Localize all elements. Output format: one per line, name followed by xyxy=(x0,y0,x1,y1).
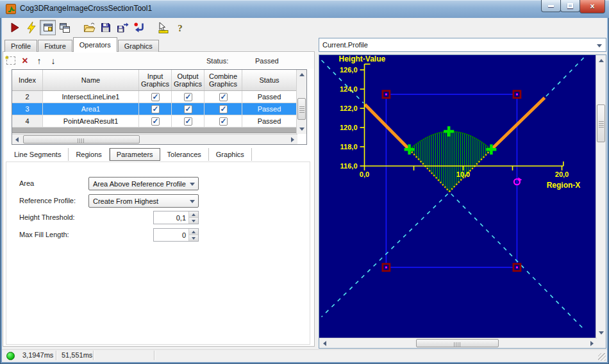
input-graphics-checkbox[interactable]: ✓ xyxy=(151,93,160,101)
title-bar: Cog3DRangeImageCrossSectionTool1 × xyxy=(0,0,609,18)
scroll-right-button[interactable] xyxy=(587,338,597,348)
output-graphics-checkbox[interactable]: ✓ xyxy=(184,93,192,101)
spin-down-button[interactable] xyxy=(189,218,198,224)
combine-graphics-checkbox[interactable]: ✓ xyxy=(219,105,228,113)
column-header-input-graphics[interactable]: Input Graphics xyxy=(139,70,172,90)
float-window-icon xyxy=(58,21,71,34)
move-down-button[interactable]: ↓ xyxy=(46,54,60,67)
save-button[interactable] xyxy=(97,20,113,35)
parameters-page: Area Area Above Reference Profile Refere… xyxy=(6,161,310,345)
reset-button[interactable] xyxy=(131,20,147,35)
y-tick-label: 122,0 xyxy=(340,104,358,112)
table-header: IndexNameInput GraphicsOutput GraphicsCo… xyxy=(12,70,306,91)
cell-output-graphics: ✓ xyxy=(172,115,204,127)
add-operator-icon xyxy=(6,56,15,65)
column-header-status[interactable]: Status xyxy=(242,70,297,90)
output-graphics-checkbox[interactable]: ✓ xyxy=(184,105,192,113)
reference-profile-combobox[interactable]: Create From Highest xyxy=(88,194,199,208)
area-combobox[interactable]: Area Above Reference Profile xyxy=(88,177,199,190)
spin-up-icon xyxy=(192,231,196,233)
input-graphics-checkbox[interactable]: ✓ xyxy=(151,105,160,113)
measure-tool-button[interactable] xyxy=(155,20,171,35)
height-threshold-value: 0,1 xyxy=(176,214,186,222)
total-time: 51,551ms xyxy=(62,351,92,359)
tab-graphics[interactable]: Graphics xyxy=(118,40,159,52)
add-operator-button[interactable] xyxy=(4,54,18,67)
y-tick-label: 120,0 xyxy=(340,124,358,131)
column-header-name[interactable]: Name xyxy=(43,70,139,90)
status-led-icon xyxy=(6,352,15,360)
subtab-line-segments[interactable]: Line Segments xyxy=(7,148,69,161)
tab-profile[interactable]: Profile xyxy=(4,40,37,52)
scroll-up-button[interactable] xyxy=(596,55,606,65)
chart-vertical-scrollbar[interactable] xyxy=(596,55,606,338)
resize-grip[interactable] xyxy=(598,353,606,361)
combine-graphics-checkbox[interactable]: ✓ xyxy=(219,117,228,126)
combine-graphics-checkbox[interactable]: ✓ xyxy=(219,93,228,101)
float-window-button[interactable] xyxy=(56,20,72,35)
run-button[interactable] xyxy=(6,20,22,35)
scroll-thumb[interactable] xyxy=(23,135,140,144)
chevron-down-icon xyxy=(597,44,602,47)
column-header-combine-graphics[interactable]: Combine Graphics xyxy=(204,70,242,90)
run-electric-button[interactable] xyxy=(23,20,39,35)
thumb-grip xyxy=(599,120,604,128)
spin-down-button[interactable] xyxy=(189,235,198,241)
scroll-thumb[interactable] xyxy=(597,104,605,142)
max-fill-length-label: Max Fill Length: xyxy=(19,231,69,238)
cell-index: 4 xyxy=(12,115,43,127)
subtab-graphics[interactable]: Graphics xyxy=(209,148,252,161)
table-row-4[interactable]: 4PointAreaResult1✓✓✓Passed xyxy=(12,115,306,128)
y-tick-label: 118,0 xyxy=(340,143,358,151)
close-button[interactable]: × xyxy=(580,0,605,13)
save-icon xyxy=(99,21,112,34)
app-icon xyxy=(6,4,16,14)
max-fill-length-input[interactable]: 0 xyxy=(153,228,199,242)
scroll-down-button[interactable] xyxy=(596,327,606,338)
move-up-button[interactable]: ↑ xyxy=(32,54,46,67)
subtab-parameters[interactable]: Parameters xyxy=(110,148,160,161)
column-header-index[interactable]: Index xyxy=(12,70,43,90)
execution-time: 3,1947ms xyxy=(22,351,53,359)
table-row-2[interactable]: 2IntersectLineLine1✓✓✓Passed xyxy=(12,91,306,103)
height-threshold-input[interactable]: 0,1 xyxy=(153,211,199,224)
height-threshold-label: Height Threshold: xyxy=(19,213,75,221)
minimize-button[interactable] xyxy=(541,0,561,12)
help-button[interactable]: ? xyxy=(172,20,188,35)
profile-chart[interactable]: 116,0118,0120,0122,0124,0126,00,010,020,… xyxy=(319,55,596,338)
column-header-output-graphics[interactable]: Output Graphics xyxy=(172,70,204,90)
status-value: Passed xyxy=(255,57,279,65)
chart-horizontal-scrollbar[interactable] xyxy=(319,338,597,348)
tab-operators[interactable]: Operators xyxy=(73,37,117,52)
save-as-button[interactable] xyxy=(114,20,130,35)
scroll-left-button[interactable] xyxy=(12,135,22,144)
table-horizontal-scrollbar[interactable] xyxy=(12,134,297,144)
profile-chart-panel: 116,0118,0120,0122,0124,0126,00,010,020,… xyxy=(319,54,606,349)
profile-selector-combobox[interactable]: Current.Profile xyxy=(319,38,606,52)
handle-center-dot xyxy=(385,267,387,269)
tab-fixture[interactable]: Fixture xyxy=(38,40,72,52)
subtab-regions[interactable]: Regions xyxy=(69,148,109,161)
scroll-left-button[interactable] xyxy=(319,338,330,348)
scroll-up-button[interactable] xyxy=(297,70,306,79)
save-as-icon xyxy=(116,21,129,34)
show-result-window-button[interactable] xyxy=(40,20,56,35)
input-graphics-checkbox[interactable]: ✓ xyxy=(151,117,160,126)
subtab-tolerances[interactable]: Tolerances xyxy=(160,148,209,161)
spin-up-button[interactable] xyxy=(189,229,198,235)
scroll-down-button[interactable] xyxy=(297,124,306,134)
scroll-thumb[interactable] xyxy=(416,339,499,347)
table-vertical-scrollbar[interactable] xyxy=(296,70,306,134)
scroll-thumb[interactable] xyxy=(297,98,306,120)
maximize-icon xyxy=(567,3,573,8)
delete-operator-button[interactable]: × xyxy=(18,54,32,67)
table-row-3[interactable]: 3Area1✓✓✓Passed xyxy=(12,103,306,115)
scroll-up-icon xyxy=(299,73,304,76)
close-icon: × xyxy=(590,3,594,10)
maximize-button[interactable] xyxy=(560,0,580,12)
open-file-button[interactable] xyxy=(81,20,97,35)
spin-up-button[interactable] xyxy=(189,211,198,218)
output-graphics-checkbox[interactable]: ✓ xyxy=(184,117,192,126)
scroll-right-button[interactable] xyxy=(288,135,297,144)
chevron-down-icon xyxy=(190,183,195,186)
